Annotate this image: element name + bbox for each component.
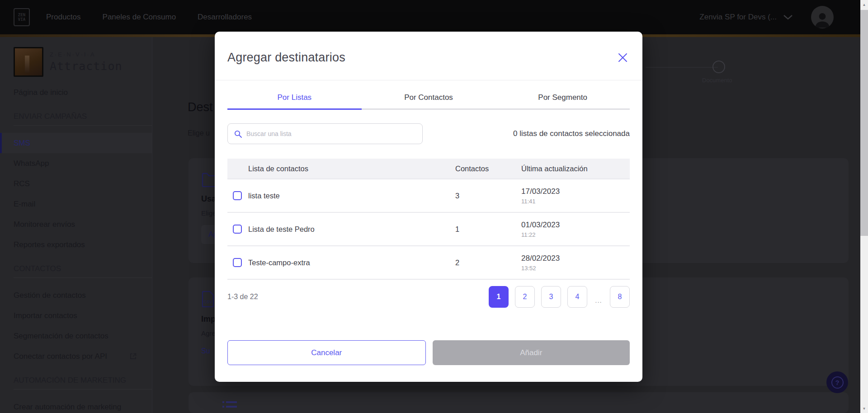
nav-item-paneles-de-consumo[interactable]: Paneles de Consumo <box>103 13 176 22</box>
search-row: 0 listas de contactos seleccionada <box>227 123 630 144</box>
column-header-ultima-actualizacion: Última actualización <box>521 164 630 173</box>
avatar[interactable] <box>811 6 834 28</box>
scrollbar[interactable]: ▲ ▼ <box>860 0 868 413</box>
search-box[interactable] <box>227 123 423 144</box>
sidebar-item-crear-automacion-de-marketing[interactable]: Crear automación de marketing <box>0 397 152 413</box>
sidebar-section-enviar-campanas: ENVIAR CAMPAÑAS <box>0 110 152 123</box>
row-checkbox[interactable] <box>233 258 242 267</box>
sidebar-section-automacion-de-marketing: AUTOMACIÓN DE MARKETING <box>0 374 152 387</box>
account-dropdown[interactable]: Zenvia SP for Devs (... <box>699 13 793 22</box>
zenvia-logo-icon[interactable]: ZEN VIA <box>14 8 30 26</box>
add-button[interactable]: Añadir <box>433 340 630 365</box>
sidebar-item-segmentacion-de-contactos[interactable]: Segmentación de contactos <box>0 326 152 346</box>
column-header-contactos: Contactos <box>455 164 521 173</box>
sidebar-section-contactos: CONTACTOS <box>0 262 152 276</box>
sidebar-item-label: Conectar contactos por API <box>14 352 107 361</box>
scrollbar-thumb[interactable] <box>860 10 868 236</box>
sidebar-item-importar-contactos[interactable]: Importar contactos <box>0 305 152 326</box>
list-name: Teste-campo-extra <box>248 258 455 267</box>
page-subtitle: Elige u <box>188 129 210 137</box>
contacts-count: 1 <box>455 225 521 234</box>
stepper-circle <box>712 61 725 73</box>
brand-name: Z·E·N·V·I·A <box>50 51 123 58</box>
nav-item-productos[interactable]: Productos <box>46 13 81 22</box>
last-update-cell: 28/02/2023 13:52 <box>521 254 630 272</box>
question-mark-icon: ? <box>831 376 844 389</box>
search-input[interactable] <box>246 130 409 137</box>
sidebar: Z·E·N·V·I·A Attraction Página de inicio … <box>0 37 152 413</box>
navbar-right: Zenvia SP for Devs (... <box>699 6 834 28</box>
row-checkbox[interactable] <box>233 191 242 200</box>
page-button-8[interactable]: 8 <box>610 286 630 308</box>
update-date: 17/03/2023 <box>521 187 630 196</box>
add-recipients-modal: Agregar destinatarios Por Listas Por Con… <box>215 32 642 382</box>
sidebar-divider <box>14 125 152 126</box>
zenvia-logo-text-top: ZEN <box>18 13 25 17</box>
row-checkbox[interactable] <box>233 225 242 234</box>
search-icon <box>234 130 242 138</box>
sidebar-item-conectar-contactos-por-api[interactable]: Conectar contactos por API <box>0 346 152 366</box>
table-header: Lista de contactos Contactos Última actu… <box>227 159 630 179</box>
zenvia-logo-text-bottom: VIA <box>18 17 25 22</box>
update-time: 13:52 <box>521 265 630 272</box>
svg-text:CSV: CSV <box>204 300 212 304</box>
attraction-brand: Z·E·N·V·I·A Attraction <box>0 37 152 77</box>
stepper-label: Documento <box>702 77 732 84</box>
pagination: 1-3 de 22 1 2 3 4 ... 8 <box>227 286 630 308</box>
sidebar-item-email[interactable]: E-mail <box>0 194 152 214</box>
table-row: lista teste 3 17/03/2023 11:41 <box>227 179 630 213</box>
update-date: 01/03/2023 <box>521 221 630 230</box>
column-header-lista: Lista de contactos <box>248 164 455 173</box>
sidebar-item-reportes-exportados[interactable]: Reportes exportados <box>0 235 152 255</box>
list-icon <box>222 400 238 408</box>
lists-preview-card <box>189 392 849 413</box>
scroll-up-icon[interactable]: ▲ <box>860 1 868 8</box>
contacts-count: 2 <box>455 258 521 267</box>
modal-tabs: Por Listas Por Contactos Por Segmento <box>227 80 630 110</box>
selection-summary: 0 listas de contactos seleccionada <box>513 129 630 138</box>
close-icon[interactable] <box>616 51 630 65</box>
sidebar-item-pagina-de-inicio[interactable]: Página de inicio <box>0 82 152 103</box>
tab-por-contactos[interactable]: Por Contactos <box>362 87 496 110</box>
page-button-4[interactable]: 4 <box>567 286 587 308</box>
scroll-down-icon[interactable]: ▼ <box>860 405 868 412</box>
list-name: Lista de teste Pedro <box>248 225 455 234</box>
sidebar-item-monitorear-envios[interactable]: Monitorear envíos <box>0 214 152 235</box>
contacts-count: 3 <box>455 192 521 200</box>
stepper-connector <box>646 67 718 68</box>
sidebar-item-whatsapp[interactable]: WhatsApp <box>0 153 152 174</box>
tab-por-listas[interactable]: Por Listas <box>227 87 362 110</box>
last-update-cell: 17/03/2023 11:41 <box>521 187 630 205</box>
modal-header: Agregar destinatarios <box>227 32 630 80</box>
pagination-ellipsis: ... <box>594 290 604 304</box>
sidebar-divider <box>14 389 152 390</box>
help-button[interactable]: ? <box>826 371 848 393</box>
account-label: Zenvia SP for Devs (... <box>699 13 777 22</box>
page-button-2[interactable]: 2 <box>515 286 535 308</box>
sidebar-item-rcs[interactable]: RCS <box>0 174 152 194</box>
cancel-button[interactable]: Cancelar <box>227 340 426 365</box>
sidebar-item-sms[interactable]: SMS <box>0 133 152 153</box>
page-title: Dest <box>188 100 213 114</box>
list-name: lista teste <box>248 192 455 200</box>
sidebar-divider <box>14 277 152 278</box>
page-button-3[interactable]: 3 <box>541 286 561 308</box>
csv-file-icon: CSV <box>201 291 215 307</box>
update-date: 28/02/2023 <box>521 254 630 263</box>
pagination-range: 1-3 de 22 <box>227 293 258 301</box>
update-time: 11:22 <box>521 231 630 238</box>
table-row: Teste-campo-extra 2 28/02/2023 13:52 <box>227 246 630 280</box>
user-icon <box>812 9 832 28</box>
page-button-1[interactable]: 1 <box>489 286 509 308</box>
chevron-down-icon <box>783 14 793 20</box>
sidebar-item-gestion-de-contactos[interactable]: Gestión de contactos <box>0 285 152 305</box>
main-menu: Productos Paneles de Consumo Desarrollad… <box>46 13 252 22</box>
pagination-pages: 1 2 3 4 ... 8 <box>489 286 630 308</box>
modal-footer: Cancelar Añadir <box>227 340 630 365</box>
table-row: Lista de teste Pedro 1 01/03/2023 11:22 <box>227 213 630 246</box>
tab-por-segmento[interactable]: Por Segmento <box>495 87 630 110</box>
nav-item-desarrolladores[interactable]: Desarrolladores <box>198 13 252 22</box>
subir-archivo-link[interactable]: Su <box>201 347 210 355</box>
brand-product: Attraction <box>50 60 123 73</box>
external-link-icon <box>130 353 137 360</box>
